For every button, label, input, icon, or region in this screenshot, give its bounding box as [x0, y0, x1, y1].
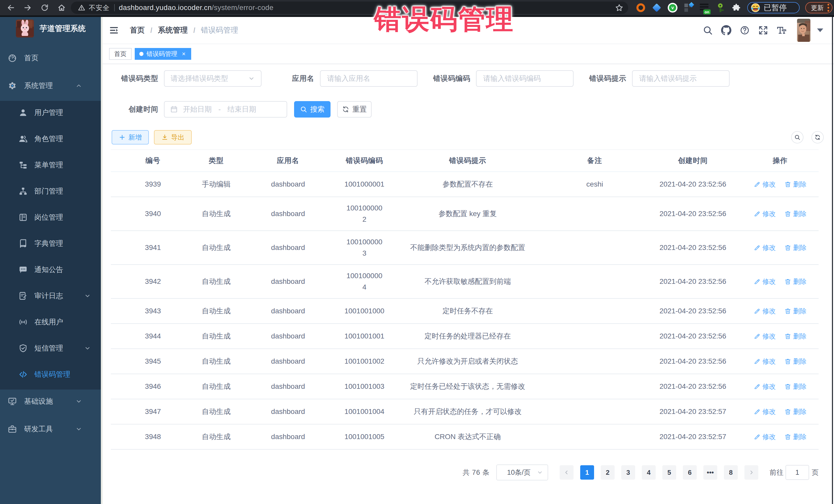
extension-grid-icon[interactable] — [684, 3, 694, 13]
sidebar-item-14[interactable]: 研发工具 — [0, 415, 103, 443]
delete-link[interactable]: 删除 — [785, 305, 807, 317]
delete-link[interactable]: 删除 — [785, 179, 807, 190]
page-button-1[interactable]: 1 — [580, 465, 594, 480]
extension-list-on-icon[interactable]: on — [700, 3, 709, 13]
browser-menu-dots-icon[interactable] — [827, 3, 829, 12]
browser-home-icon[interactable] — [58, 4, 66, 12]
next-page-button[interactable] — [744, 465, 758, 480]
sidebar-item-12[interactable]: 错误码管理 — [0, 361, 103, 388]
refresh-icon — [342, 106, 349, 113]
bookmark-star-icon[interactable] — [615, 3, 623, 12]
error-type-select[interactable]: 请选择错误码类型 — [164, 70, 262, 87]
edit-link[interactable]: 修改 — [754, 356, 776, 367]
sidebar-item-13[interactable]: 基础设施 — [0, 388, 103, 415]
header-search-icon[interactable] — [703, 25, 713, 36]
font-size-icon[interactable] — [776, 25, 787, 36]
refresh-table-button[interactable] — [811, 131, 824, 144]
sidebar-item-4[interactable]: 菜单管理 — [0, 152, 103, 178]
breadcrumb-item[interactable]: 系统管理 — [158, 25, 188, 36]
edit-link[interactable]: 修改 — [754, 179, 776, 190]
extension-blue-diamond-icon[interactable] — [652, 3, 662, 13]
extension-green-circle-icon[interactable]: v — [668, 3, 678, 13]
sidebar-item-8[interactable]: 通知公告 — [0, 257, 103, 283]
address-bar[interactable]: 不安全 dashboard.yudao.iocoder.cn/system/er… — [71, 2, 628, 14]
delete-link[interactable]: 删除 — [785, 356, 807, 367]
column-header[interactable]: 备注 — [545, 155, 644, 166]
sidebar-item-3[interactable]: 角色管理 — [0, 126, 103, 152]
app-name-input[interactable]: 请输入应用名 — [320, 70, 418, 87]
delete-link[interactable]: 删除 — [785, 381, 807, 392]
tag-1[interactable]: 错误码管理 × — [135, 48, 191, 60]
github-icon[interactable] — [721, 25, 731, 36]
delete-link[interactable]: 删除 — [785, 208, 807, 219]
error-code-input[interactable]: 请输入错误码编码 — [476, 70, 573, 87]
delete-link[interactable]: 删除 — [785, 330, 807, 342]
column-header[interactable]: 错误码提示 — [390, 155, 545, 166]
sidebar-item-2[interactable]: 用户管理 — [0, 100, 103, 126]
toggle-search-button[interactable] — [791, 131, 804, 144]
delete-link[interactable]: 删除 — [785, 242, 807, 253]
edit-link[interactable]: 修改 — [754, 381, 776, 392]
export-button[interactable]: 导出 — [154, 130, 192, 145]
not-secure-label[interactable]: 不安全 — [89, 3, 110, 12]
sidebar-item-5[interactable]: 部门管理 — [0, 178, 103, 204]
prev-page-button[interactable] — [560, 465, 573, 480]
page-button-•••[interactable]: ••• — [703, 465, 717, 480]
browser-reload-icon[interactable] — [41, 4, 49, 12]
sidebar-item-10[interactable]: 在线用户 — [0, 309, 103, 335]
column-header[interactable]: 编号 — [111, 155, 195, 166]
edit-link[interactable]: 修改 — [754, 305, 776, 317]
browser-forward-icon[interactable] — [24, 4, 32, 12]
add-button[interactable]: 新增 — [112, 130, 149, 145]
column-header[interactable]: 应用名 — [237, 155, 339, 166]
column-header[interactable]: 操作 — [742, 155, 819, 166]
browser-back-icon[interactable] — [7, 4, 15, 12]
goto-page-input[interactable]: 1 — [786, 465, 809, 480]
edit-link[interactable]: 修改 — [754, 276, 776, 287]
column-header[interactable]: 创建时间 — [644, 155, 742, 166]
browser-update-pill[interactable]: 更新 — [805, 2, 832, 13]
delete-link[interactable]: 删除 — [785, 276, 807, 287]
edit-link[interactable]: 修改 — [754, 406, 776, 417]
create-time-range-picker[interactable]: 开始日期 - 结束日期 — [164, 101, 287, 117]
sidebar-item-9[interactable]: 审计日志 — [0, 283, 103, 309]
page-button-8[interactable]: 8 — [724, 465, 738, 480]
sidebar-logo[interactable]: 芋道管理系统 — [0, 17, 103, 40]
extension-orange-ring-icon[interactable] — [636, 3, 646, 13]
delete-link[interactable]: 删除 — [785, 431, 807, 442]
sidebar-collapse-icon[interactable] — [109, 26, 119, 35]
edit-link[interactable]: 修改 — [754, 330, 776, 342]
column-header[interactable]: 错误码编码 — [339, 155, 390, 166]
edit-link[interactable]: 修改 — [754, 242, 776, 253]
page-button-4[interactable]: 4 — [642, 465, 656, 480]
edit-link[interactable]: 修改 — [754, 208, 776, 219]
breadcrumb-item[interactable]: 首页 — [130, 25, 145, 36]
page-button-6[interactable]: 6 — [683, 465, 697, 480]
error-msg-input[interactable]: 请输入错误码提示 — [632, 70, 729, 87]
edit-link[interactable]: 修改 — [754, 431, 776, 442]
search-button[interactable]: 搜索 — [294, 101, 331, 117]
fullscreen-icon[interactable] — [758, 25, 768, 36]
reset-button[interactable]: 重置 — [337, 101, 372, 117]
page-url[interactable]: dashboard.yudao.iocoder.cn/system/error-… — [119, 4, 273, 12]
avatar-dropdown-caret-icon[interactable] — [817, 28, 823, 32]
page-button-5[interactable]: 5 — [662, 465, 676, 480]
page-size-select[interactable]: 10条/页 — [496, 464, 548, 480]
sidebar-item-0[interactable]: 首页 — [0, 44, 103, 72]
window-scrollbar[interactable] — [832, 17, 833, 504]
tag-0[interactable]: 首页 — [109, 48, 132, 60]
sidebar-item-1[interactable]: 系统管理 — [0, 72, 103, 100]
column-header[interactable]: 类型 — [195, 155, 237, 166]
sidebar-item-7[interactable]: 字典管理 — [0, 231, 103, 257]
help-icon[interactable] — [740, 25, 750, 36]
page-button-3[interactable]: 3 — [621, 465, 635, 480]
page-button-2[interactable]: 2 — [601, 465, 615, 480]
tag-close-icon[interactable]: × — [181, 51, 186, 57]
sidebar-item-11[interactable]: 短信管理 — [0, 335, 103, 361]
sidebar-item-6[interactable]: 岗位管理 — [0, 204, 103, 231]
extension-key-icon[interactable] — [716, 3, 725, 13]
user-avatar[interactable] — [797, 19, 810, 42]
extension-paused-pill[interactable]: 已暂停 — [747, 2, 799, 13]
delete-link[interactable]: 删除 — [785, 406, 807, 417]
extensions-puzzle-icon[interactable] — [731, 3, 741, 13]
